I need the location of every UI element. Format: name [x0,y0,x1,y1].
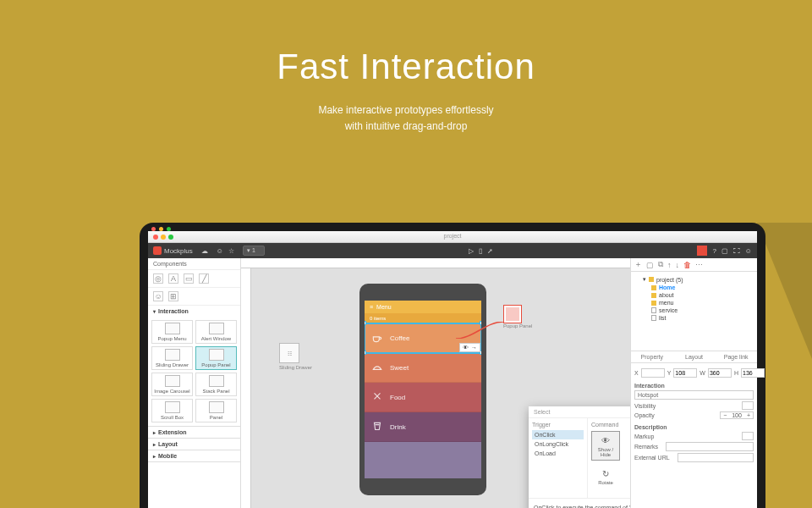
ruler-horizontal [241,258,630,268]
laptop-frame: project Mockplus ☁ ☺ ☆ ▾ 1 ▷ ▯ ➚ ? ▢ [140,223,765,508]
visibility-toggle[interactable] [742,401,754,410]
dialog-title: Select [534,409,550,415]
comp-sliding-drawer[interactable]: Sliding Drawer [151,346,193,370]
interaction-heading: Interaction [634,383,665,389]
cmd-show-hide[interactable]: 👁Show / Hide [591,431,620,461]
trigger-onclick[interactable]: OnClick [532,430,584,439]
app-logo: Mockplus [153,246,193,255]
tree-page-home[interactable]: Home [634,284,754,291]
grid-icon[interactable] [697,246,707,256]
list-item-drink[interactable]: Drink [365,412,481,442]
description-heading: Description [634,424,667,430]
hero-subtitle: Make interactive prototypes effortlessly… [0,102,812,135]
cmd-move[interactable]: →Move [623,431,630,461]
canvas-sliding-drawer[interactable]: ☷Sliding Drawer [279,343,312,370]
trigger-label: Trigger [532,422,584,428]
components-panel: Components ◎ A ▭ ╱ ☺ ⊞ Interaction Popup… [148,258,241,508]
input-h[interactable] [741,368,765,378]
list-item-food[interactable]: Food [365,383,481,412]
smiley-icon[interactable]: ☺ [217,247,223,255]
hero-title: Fast Interaction [0,47,812,87]
comp-image-carousel[interactable]: Image Carousel [151,373,193,396]
trigger-onload[interactable]: OnLoad [532,449,584,458]
delete-icon[interactable]: 🗑 [683,261,691,269]
window-titlebar: project [148,231,757,243]
tree-page-about[interactable]: about [634,291,754,299]
tree-page-menu[interactable]: menu [634,299,754,306]
cmd-rotate[interactable]: ↻Rotate [591,464,620,489]
text-icon[interactable]: A [168,273,178,284]
button-icon[interactable]: ▭ [184,273,194,284]
down-icon[interactable]: ↓ [676,261,680,269]
canvas[interactable]: ☷Sliding Drawer ≡ Menu 0 items Coffee [241,258,630,508]
device-frame: ≡ Menu 0 items Coffee Sweet [359,284,486,495]
toolbar-dropdown[interactable]: ▾ 1 [243,246,265,256]
tree-page-service[interactable]: service [634,306,754,314]
star-icon[interactable]: ☆ [228,247,234,255]
opacity-stepper[interactable]: −100+ [720,411,754,419]
comp-stack-panel[interactable]: Stack Panel [195,373,237,396]
folder-icon[interactable]: ▢ [646,261,654,269]
menu-bar[interactable]: ≡ Menu [365,301,481,313]
list-item-sweet[interactable]: Sweet [365,353,481,383]
group-icon[interactable]: ⊞ [168,291,178,301]
phone-icon[interactable]: ▯ [479,247,482,255]
user-icon[interactable]: ☺ [745,247,752,255]
tab-pagelink[interactable]: Page link [715,351,757,362]
play-icon[interactable]: ▷ [469,247,474,255]
tree-page-list[interactable]: list [634,314,754,322]
app-toolbar: Mockplus ☁ ☺ ☆ ▾ 1 ▷ ▯ ➚ ? ▢ ⛶ ☺ [148,243,757,258]
cloud-icon[interactable]: ☁ [201,247,208,255]
section-mobile[interactable]: Mobile [148,450,240,461]
comp-popup-panel[interactable]: Popup Panel [195,346,237,370]
help-icon[interactable]: ? [712,247,716,255]
image-icon[interactable]: ☺ [153,291,163,301]
components-header: Components [148,258,240,270]
markup-toggle[interactable] [742,432,754,440]
comp-alert-window[interactable]: Alert Window [195,320,237,344]
connection-line [456,322,503,339]
remarks-input[interactable] [666,442,754,451]
tab-layout-prop[interactable]: Layout [673,351,716,362]
arrow-icon[interactable]: ➚ [487,247,493,255]
interaction-dropdown[interactable]: Hotspot [634,390,754,400]
tab-property[interactable]: Property [631,351,673,362]
add-page-icon[interactable]: ＋ [634,259,642,270]
line-icon[interactable]: ╱ [199,273,209,284]
window-title: project [443,233,461,239]
comp-scroll-box[interactable]: Scroll Box [151,399,193,422]
canvas-popup-panel[interactable]: Popup Panel [503,305,532,329]
trigger-onlongclick[interactable]: OnLongClick [532,439,584,449]
up-icon[interactable]: ↑ [667,261,672,269]
select-dialog: Select × Trigger OnClick OnLongClick OnL… [529,406,630,508]
duplicate-icon[interactable]: ⧉ [658,260,663,269]
shapes-icon[interactable]: ◎ [153,273,163,284]
right-panel: ＋ ▢ ⧉ ↑ ↓ 🗑 ⋯ ▾ project (5) Home about m… [630,258,757,508]
dialog-footer-text: OnClick to execute the command of "Show … [534,505,630,508]
settings-icon[interactable]: ▢ [721,247,728,255]
more-icon[interactable]: ⋯ [695,261,703,269]
comp-panel[interactable]: Panel [195,399,237,422]
input-y[interactable] [673,368,697,378]
page-tree: ▾ project (5) Home about menu service li… [631,272,757,325]
input-x[interactable] [641,368,665,378]
comp-popup-menu[interactable]: Popup Menu [151,320,193,344]
section-interaction[interactable]: Interaction [148,306,240,317]
link-chip[interactable]: 👁→ [459,343,480,352]
section-extension[interactable]: Extension [148,427,240,438]
expand-icon[interactable]: ⛶ [733,247,740,255]
input-w[interactable] [708,368,732,378]
tree-project[interactable]: ▾ project (5) [634,275,754,284]
command-label: Command [591,422,630,428]
section-layout[interactable]: Layout [148,439,240,450]
ruler-vertical [241,268,251,508]
url-input[interactable] [678,453,754,462]
